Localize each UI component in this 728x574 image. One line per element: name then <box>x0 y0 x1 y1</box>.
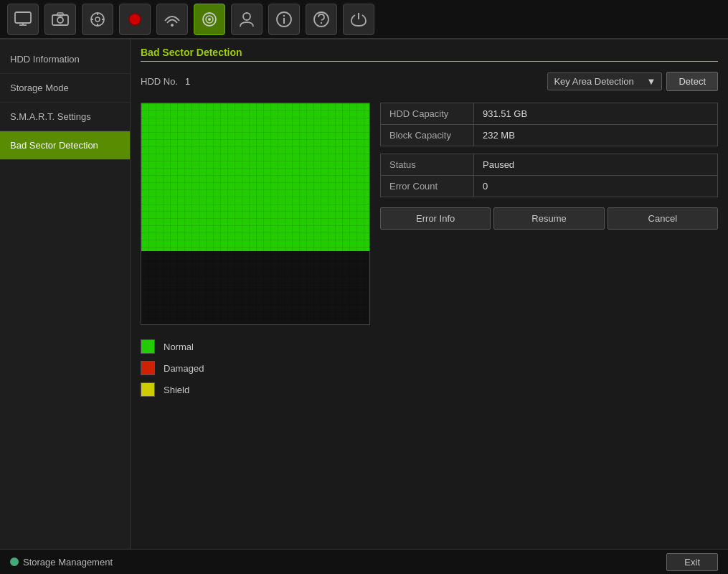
legend: Normal Damaged Shield <box>141 339 370 397</box>
svg-rect-5 <box>57 13 63 16</box>
info-icon[interactable] <box>268 4 300 35</box>
normal-color-swatch <box>141 339 155 354</box>
info-panel: HDD Capacity 931.51 GB Block Capacity 23… <box>380 103 718 542</box>
middle-row: Normal Damaged Shield HDD Capaci <box>141 103 718 542</box>
block-capacity-row: Block Capacity 232 MB <box>381 125 718 146</box>
status-label: Status <box>381 154 474 176</box>
grid-panel: Normal Damaged Shield <box>141 103 370 542</box>
user-icon[interactable] <box>231 4 263 35</box>
dropdown-arrow-icon: ▼ <box>647 76 656 87</box>
hdd-no-label: HDD No. <box>141 76 178 87</box>
resume-button[interactable]: Resume <box>493 207 604 230</box>
help-icon[interactable] <box>306 4 337 35</box>
power-icon[interactable] <box>343 4 374 35</box>
hdd-capacity-label: HDD Capacity <box>381 103 474 125</box>
error-info-button[interactable]: Error Info <box>380 207 491 230</box>
status-info-table: Status Paused Error Count 0 <box>380 154 718 197</box>
svg-point-17 <box>243 13 250 20</box>
hdd-no-value: 1 <box>185 76 207 87</box>
svg-point-22 <box>321 22 322 23</box>
action-buttons: Error Info Resume Cancel <box>380 207 718 230</box>
sidebar-item-smart-settings[interactable]: S.M.A.R.T. Settings <box>0 103 130 131</box>
error-count-label: Error Count <box>381 176 474 197</box>
hdd-capacity-value: 931.51 GB <box>474 103 718 125</box>
sector-grid <box>141 103 370 325</box>
block-capacity-value: 232 MB <box>474 125 718 146</box>
monitor-icon[interactable] <box>7 4 39 35</box>
svg-point-16 <box>208 18 211 21</box>
svg-rect-0 <box>15 12 31 23</box>
hdd-row: HDD No. 1 Key Area Detection ▼ Detect <box>141 72 718 91</box>
svg-point-20 <box>283 14 285 16</box>
exit-button[interactable]: Exit <box>666 553 718 571</box>
hdd-capacity-row: HDD Capacity 931.51 GB <box>381 103 718 125</box>
error-count-value: 0 <box>474 176 718 197</box>
damaged-label: Damaged <box>164 363 204 374</box>
main-layout: HDD Information Storage Mode S.M.A.R.T. … <box>0 39 728 549</box>
status-row: Status Paused <box>381 154 718 176</box>
legend-item-shield: Shield <box>141 382 370 397</box>
sidebar-item-hdd-information[interactable]: HDD Information <box>0 45 130 74</box>
sidebar: HDD Information Storage Mode S.M.A.R.T. … <box>0 39 131 549</box>
legend-item-normal: Normal <box>141 339 370 354</box>
storage-management: Storage Management <box>10 557 113 568</box>
capacity-info-table: HDD Capacity 931.51 GB Block Capacity 23… <box>380 103 718 146</box>
network-icon[interactable] <box>156 4 188 35</box>
toolbar <box>0 0 728 39</box>
page-title: Bad Sector Detection <box>141 47 718 62</box>
sidebar-item-bad-sector-detection[interactable]: Bad Sector Detection <box>0 131 130 160</box>
grid-overlay <box>141 103 369 324</box>
svg-point-4 <box>57 17 63 23</box>
camera-icon[interactable] <box>44 4 76 35</box>
status-value: Paused <box>474 154 718 176</box>
block-capacity-label: Block Capacity <box>381 125 474 146</box>
svg-point-13 <box>171 24 174 27</box>
svg-point-7 <box>95 17 100 22</box>
shield-color-swatch <box>141 382 155 397</box>
cancel-button[interactable]: Cancel <box>608 207 718 230</box>
detect-button[interactable]: Detect <box>666 72 718 91</box>
detection-select-area: Key Area Detection ▼ Detect <box>547 72 718 91</box>
error-count-row: Error Count 0 <box>381 176 718 197</box>
storage-icon[interactable] <box>194 4 225 35</box>
storage-management-label: Storage Management <box>23 557 113 568</box>
status-dot-icon <box>10 557 19 566</box>
normal-label: Normal <box>164 342 194 352</box>
bottom-bar: Storage Management Exit <box>0 549 728 574</box>
detection-type-dropdown[interactable]: Key Area Detection ▼ <box>547 72 662 90</box>
content-area: Bad Sector Detection HDD No. 1 Key Area … <box>131 39 728 549</box>
svg-rect-23 <box>141 103 369 324</box>
shield-label: Shield <box>164 385 189 395</box>
record-icon[interactable] <box>119 4 151 35</box>
wheel-icon[interactable] <box>82 4 113 35</box>
sidebar-item-storage-mode[interactable]: Storage Mode <box>0 74 130 103</box>
damaged-color-swatch <box>141 361 155 375</box>
detection-type-label: Key Area Detection <box>554 76 633 87</box>
legend-item-damaged: Damaged <box>141 361 370 375</box>
svg-point-12 <box>129 14 141 25</box>
